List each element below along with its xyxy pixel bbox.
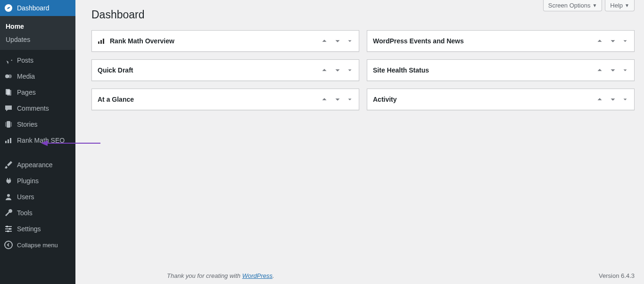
postbox-title-text: At a Glance [98, 96, 134, 103]
postbox-header: WordPress Events and News [367, 31, 634, 51]
wrench-icon [4, 208, 13, 218]
wordpress-link[interactable]: WordPress [242, 272, 272, 279]
svg-point-1 [8, 74, 12, 78]
move-down-icon[interactable] [609, 37, 617, 45]
media-icon [4, 72, 13, 81]
move-up-icon[interactable] [320, 95, 329, 104]
move-down-icon[interactable] [333, 37, 342, 45]
admin-footer: Thank you for creating with WordPress. V… [167, 272, 635, 279]
sidebar-item-label: Comments [17, 105, 49, 112]
move-up-icon[interactable] [595, 95, 604, 104]
help-label: Help [610, 2, 623, 9]
user-icon [4, 192, 13, 202]
sidebar-item-label: Stories [17, 121, 38, 128]
move-up-icon[interactable] [595, 37, 604, 45]
svg-rect-4 [7, 121, 10, 128]
postbox-actions [595, 37, 628, 45]
postbox-actions [595, 66, 628, 74]
footer-thanks: Thank you for creating with WordPress. [167, 272, 274, 279]
postbox-actions [595, 95, 628, 104]
svg-point-16 [7, 230, 9, 232]
dashboard-submenu: Home Updates [0, 16, 75, 50]
move-down-icon[interactable] [609, 66, 617, 74]
sidebar-item-stories[interactable]: Stories [0, 116, 75, 132]
column-left: Rank Math Overview Quick Draft [91, 30, 359, 110]
sidebar-item-label: Users [17, 193, 34, 201]
sidebar-item-users[interactable]: Users [0, 189, 75, 205]
collapse-icon [4, 240, 13, 250]
pages-icon [4, 88, 13, 97]
postbox-title-text: Site Health Status [373, 66, 429, 74]
sidebar-item-tools[interactable]: Tools [0, 205, 75, 221]
sidebar-item-media[interactable]: Media [0, 68, 75, 84]
postbox-at-a-glance: At a Glance [91, 89, 359, 110]
rankmath-icon [4, 136, 13, 145]
sidebar-item-settings[interactable]: Settings [0, 221, 75, 237]
sliders-icon [4, 224, 13, 234]
sidebar-item-label: Dashboard [17, 4, 50, 12]
svg-point-17 [5, 241, 12, 249]
sidebar-item-label: Tools [17, 209, 33, 217]
postbox-actions [320, 95, 353, 104]
page-title: Dashboard [91, 8, 145, 21]
svg-point-14 [6, 226, 8, 227]
sidebar-item-dashboard[interactable]: Dashboard [0, 0, 75, 16]
sidebar-item-label: Pages [17, 89, 36, 96]
postbox-title-text: Quick Draft [98, 66, 133, 74]
collapse-menu[interactable]: Collapse menu [0, 237, 75, 253]
submenu-home[interactable]: Home [0, 20, 75, 33]
postbox-title-text: WordPress Events and News [373, 37, 464, 45]
postbox-site-health: Site Health Status [367, 59, 635, 81]
postbox-wp-events: WordPress Events and News [367, 30, 635, 52]
move-down-icon[interactable] [333, 95, 342, 104]
sidebar-item-label: Appearance [17, 161, 53, 169]
sidebar-item-label: Plugins [17, 177, 39, 185]
sidebar-item-plugins[interactable]: Plugins [0, 173, 75, 189]
toggle-icon[interactable] [347, 96, 353, 103]
svg-rect-19 [100, 40, 102, 44]
help-button[interactable]: Help ▼ [605, 0, 635, 11]
sidebar-item-posts[interactable]: Posts [0, 52, 75, 68]
submenu-updates[interactable]: Updates [0, 33, 75, 46]
sidebar-item-rankmath[interactable]: Rank Math SEO [0, 132, 75, 148]
move-down-icon[interactable] [333, 66, 342, 74]
toggle-icon[interactable] [347, 67, 353, 73]
svg-point-15 [9, 228, 11, 230]
svg-rect-6 [11, 122, 12, 127]
sidebar-item-label: Rank Math SEO [17, 137, 65, 144]
screen-options-button[interactable]: Screen Options ▼ [543, 0, 603, 11]
sidebar-item-comments[interactable]: Comments [0, 100, 75, 116]
sidebar-item-pages[interactable]: Pages [0, 84, 75, 100]
svg-rect-20 [103, 39, 104, 44]
top-buttons: Screen Options ▼ Help ▼ [543, 0, 635, 11]
postbox-activity: Activity [367, 89, 635, 110]
svg-rect-18 [98, 41, 99, 44]
postbox-header: At a Glance [92, 89, 359, 110]
toggle-icon[interactable] [622, 67, 628, 73]
postbox-title-text: Rank Math Overview [110, 37, 174, 45]
svg-rect-5 [5, 122, 6, 127]
postbox-header: Quick Draft [92, 60, 359, 81]
postbox-actions [320, 66, 353, 74]
svg-point-10 [7, 194, 10, 197]
move-up-icon[interactable] [320, 37, 329, 45]
toggle-icon[interactable] [347, 38, 353, 44]
postbox-header: Rank Math Overview [92, 31, 359, 51]
postbox-title-text: Activity [373, 96, 397, 103]
move-up-icon[interactable] [320, 66, 329, 74]
postbox-rankmath-overview: Rank Math Overview [91, 30, 359, 52]
sidebar-item-appearance[interactable]: Appearance [0, 157, 75, 173]
postbox-quick-draft: Quick Draft [91, 59, 359, 81]
postbox-title: Rank Math Overview [98, 37, 174, 45]
toggle-icon[interactable] [622, 38, 628, 44]
dashboard-widgets: Rank Math Overview Quick Draft [91, 30, 635, 110]
move-up-icon[interactable] [595, 66, 604, 74]
footer-thanks-suffix: . [272, 272, 274, 279]
svg-rect-7 [5, 141, 7, 143]
brush-icon [4, 160, 13, 170]
svg-rect-3 [7, 90, 11, 96]
move-down-icon[interactable] [609, 95, 617, 104]
toggle-icon[interactable] [622, 96, 628, 103]
main-content: Screen Options ▼ Help ▼ Dashboard Rank M… [75, 0, 644, 284]
postbox-title: WordPress Events and News [373, 37, 464, 45]
